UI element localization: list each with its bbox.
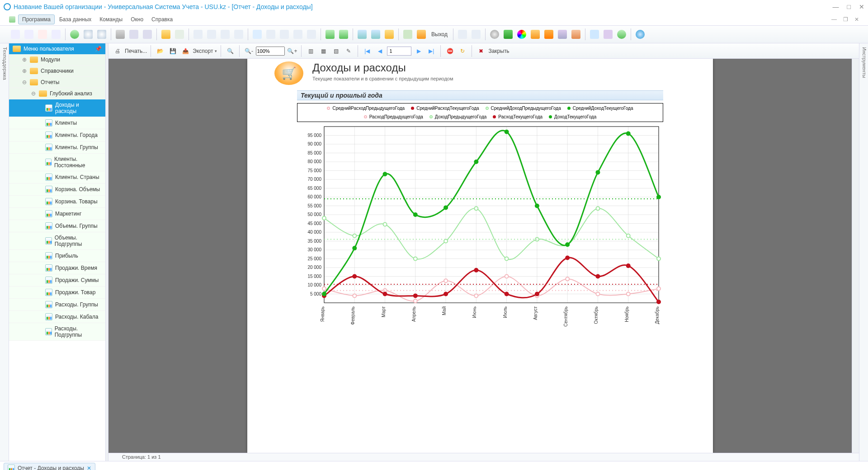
nav-item-7[interactable]: Корзина. Товары <box>9 196 105 208</box>
rt-find-icon[interactable]: 🔍 <box>225 46 236 56</box>
tb-panel1[interactable] <box>456 28 469 41</box>
rt-last-icon[interactable]: ▶| <box>426 46 437 56</box>
rt-layout1[interactable]: ▥ <box>305 46 316 56</box>
nav-item-9[interactable]: Объемы. Группы <box>9 220 105 232</box>
minimize-icon[interactable]: — <box>833 3 839 10</box>
tb-info[interactable] <box>634 28 646 41</box>
rt-zoom-in-icon[interactable]: 🔍+ <box>287 46 297 56</box>
tb-rss[interactable] <box>542 28 555 41</box>
right-dock-tab[interactable]: Инструменты <box>859 43 868 461</box>
tb-green[interactable] <box>502 28 514 41</box>
nav-item-11[interactable]: Прибыль <box>9 250 105 262</box>
rt-zoom-out-icon[interactable]: 🔍- <box>243 46 254 56</box>
rt-close[interactable]: Закрыть <box>488 48 509 54</box>
tb-tree1[interactable] <box>192 28 204 41</box>
tb-copy[interactable] <box>23 28 35 41</box>
tb-view-del[interactable] <box>356 28 368 41</box>
tb-print[interactable] <box>602 28 614 41</box>
mdi-minimize-icon[interactable]: — <box>831 16 837 23</box>
tb-refresh[interactable] <box>68 28 81 41</box>
tab-close-icon[interactable]: ✕ <box>87 465 91 470</box>
tb-excel[interactable] <box>324 28 336 41</box>
tb-gear[interactable] <box>488 28 501 41</box>
tb-edit[interactable] <box>36 28 49 41</box>
menu-window[interactable]: Окно <box>127 15 147 24</box>
nav-item-2[interactable]: Клиенты. Города <box>9 129 105 141</box>
nav-refs[interactable]: ⊕Справочники <box>9 66 105 77</box>
nav-modules[interactable]: ⊕Модули <box>9 54 105 66</box>
tb-panel2[interactable] <box>470 28 482 41</box>
maximize-icon[interactable]: □ <box>847 3 851 10</box>
tb-grid[interactable] <box>173 28 186 41</box>
nav-deep[interactable]: ⊖Глубокий анализ <box>9 88 105 99</box>
tb-color[interactable] <box>515 28 528 41</box>
tb-new[interactable] <box>9 28 22 41</box>
tb-filter[interactable] <box>114 28 127 41</box>
nav-item-3[interactable]: Клиенты. Группы <box>9 141 105 154</box>
left-dock-tab[interactable]: Техподдержка <box>0 43 9 461</box>
report-scrollbar[interactable] <box>852 59 859 453</box>
nav-item-0[interactable]: Доходы и расходы <box>9 99 105 117</box>
tb-lock[interactable] <box>383 28 396 41</box>
rt-export-icon[interactable]: 📤 <box>180 46 191 56</box>
rt-open-icon[interactable]: 📂 <box>155 46 165 56</box>
rt-layout2[interactable]: ▦ <box>318 46 329 56</box>
report-viewport[interactable]: 🛒 Доходы и расходы Текущие показатели и … <box>108 59 852 453</box>
rt-layout3[interactable]: ▧ <box>330 46 341 56</box>
rt-page-input[interactable] <box>387 47 411 56</box>
nav-reports[interactable]: ⊖Отчеты <box>9 77 105 88</box>
tb-filter3[interactable] <box>141 28 154 41</box>
mdi-restore-icon[interactable]: ❐ <box>843 16 848 23</box>
tb-doc[interactable] <box>50 28 62 41</box>
tb-next[interactable] <box>615 28 628 41</box>
tb-exit-label[interactable]: Выход <box>429 31 450 38</box>
pin-icon[interactable]: 📌 <box>95 46 102 52</box>
rt-first-icon[interactable]: |◀ <box>362 46 373 56</box>
rt-reload-icon[interactable]: ↻ <box>457 46 468 56</box>
tb-tbl3[interactable] <box>292 28 304 41</box>
rt-print[interactable]: Печать... <box>125 48 147 54</box>
rt-stop-icon[interactable]: ⛔ <box>444 46 455 56</box>
rt-print-icon[interactable]: 🖨 <box>112 46 123 56</box>
rt-zoom-select[interactable] <box>256 47 285 56</box>
tb-tree2[interactable] <box>205 28 218 41</box>
nav-item-1[interactable]: Клиенты <box>9 117 105 129</box>
tb-tree3[interactable] <box>219 28 231 41</box>
tb-search[interactable] <box>82 28 94 41</box>
menu-database[interactable]: База данных <box>56 15 95 24</box>
tb-exit[interactable] <box>415 28 428 41</box>
tb-zoom[interactable] <box>95 28 108 41</box>
tb-excel2[interactable] <box>337 28 350 41</box>
doc-tab[interactable]: Отчет - Доходы и расходы ✕ <box>4 463 95 470</box>
rt-export[interactable]: Экспорт <box>193 48 213 54</box>
tb-tbl1[interactable] <box>264 28 277 41</box>
nav-item-15[interactable]: Расходы. Группы <box>9 299 105 311</box>
rt-prev-icon[interactable]: ◀ <box>374 46 385 56</box>
nav-item-10[interactable]: Объемы. Подгруппы <box>9 232 105 250</box>
close-icon[interactable]: ✕ <box>859 3 864 10</box>
rt-close-icon[interactable]: ✖ <box>476 46 486 56</box>
tb-plug[interactable] <box>401 28 414 41</box>
menu-commands[interactable]: Команды <box>96 15 126 24</box>
tb-hand[interactable] <box>529 28 542 41</box>
tb-view-cfg[interactable] <box>369 28 382 41</box>
tb-tbl4[interactable] <box>305 28 318 41</box>
menu-program[interactable]: Программа <box>18 14 55 24</box>
tb-flag[interactable] <box>160 28 172 41</box>
nav-item-16[interactable]: Расходы. Кабала <box>9 311 105 323</box>
nav-item-12[interactable]: Продажи. Время <box>9 262 105 274</box>
nav-item-4[interactable]: Клиенты. Постоянные <box>9 154 105 171</box>
nav-item-8[interactable]: Маркетинг <box>9 208 105 220</box>
nav-item-5[interactable]: Клиенты. Страны <box>9 171 105 183</box>
menu-help[interactable]: Справка <box>148 15 176 24</box>
tb-users[interactable] <box>570 28 582 41</box>
tb-tree4[interactable] <box>232 28 245 41</box>
tb-add[interactable] <box>251 28 264 41</box>
nav-item-6[interactable]: Корзина. Объемы <box>9 183 105 196</box>
tb-filter2[interactable] <box>127 28 140 41</box>
tb-tbl2[interactable] <box>278 28 291 41</box>
tb-user[interactable] <box>556 28 569 41</box>
tb-grid2[interactable] <box>588 28 601 41</box>
rt-save-icon[interactable]: 💾 <box>167 46 178 56</box>
nav-item-17[interactable]: Расходы. Подгруппы <box>9 323 105 341</box>
